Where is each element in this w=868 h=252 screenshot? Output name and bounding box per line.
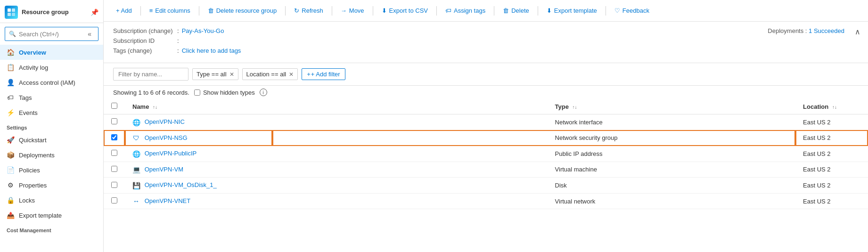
deployments-value[interactable]: 1 Succeeded	[809, 27, 844, 34]
subscription-colon: :	[177, 27, 179, 34]
add-button[interactable]: + Add	[111, 5, 137, 16]
resource-link-openvpn-vm[interactable]: OpenVPN-VM	[145, 166, 183, 173]
sidebar-item-activity-log[interactable]: 📋 Activity log	[0, 60, 103, 75]
assign-tags-button[interactable]: 🏷 Assign tags	[441, 5, 490, 16]
sidebar-item-policies[interactable]: 📄 Policies	[0, 163, 103, 178]
sidebar-title: Resource group	[22, 8, 69, 16]
row-checkbox-openvpn-vm-osdisk[interactable]	[111, 182, 117, 188]
resource-link-openvpn-vm-osdisk[interactable]: OpenVPN-VM_OsDisk_1_	[145, 181, 217, 188]
sidebar-header: Resource group 📌	[0, 0, 103, 23]
properties-icon: ⚙	[7, 181, 14, 189]
location-sort-icon: ↑↓	[832, 105, 837, 110]
row-type-cell: Virtual network	[272, 193, 796, 209]
sidebar-item-properties[interactable]: ⚙ Properties	[0, 178, 103, 193]
svg-rect-3	[12, 13, 15, 16]
delete-button[interactable]: 🗑 Delete	[498, 5, 534, 16]
row-name-cell: 🌐 OpenVPN-NIC	[125, 114, 272, 130]
resource-icon-openvpn-nic: 🌐	[132, 119, 140, 126]
row-checkbox-cell[interactable]	[104, 130, 125, 146]
sidebar-item-events[interactable]: ⚡ Events	[0, 105, 103, 120]
row-location-cell: East US 2	[795, 162, 868, 178]
sidebar-item-label: Deployments	[19, 152, 55, 159]
feedback-button[interactable]: ♡ Feedback	[610, 5, 654, 16]
row-checkbox-cell[interactable]	[104, 146, 125, 162]
sidebar-collapse-button[interactable]: «	[85, 29, 94, 39]
row-checkbox-cell[interactable]	[104, 193, 125, 209]
activity-log-icon: 📋	[7, 64, 14, 71]
toolbar-sep-5	[373, 6, 373, 16]
row-checkbox-cell[interactable]	[104, 178, 125, 194]
resource-icon-openvpn-vm-osdisk: 💾	[132, 182, 140, 189]
col-type[interactable]: Type ↑↓	[272, 99, 796, 114]
table-row: 🛡 OpenVPN-NSG Network security group Eas…	[104, 130, 868, 146]
resource-link-openvpn-nic[interactable]: OpenVPN-NIC	[145, 118, 185, 125]
toolbar-sep-9	[606, 6, 606, 16]
resources-table: Name ↑↓ Type ↑↓ Location ↑↓	[104, 99, 868, 209]
sidebar-item-locks[interactable]: 🔒 Locks	[0, 193, 103, 208]
overview-icon: 🏠	[7, 49, 14, 56]
type-sort-icon: ↑↓	[573, 105, 577, 110]
info-collapse-button[interactable]: ∧	[855, 27, 860, 36]
refresh-button[interactable]: ↻ Refresh	[289, 5, 328, 16]
resource-link-openvpn-vnet[interactable]: OpenVPN-VNET	[145, 197, 191, 204]
nav-items: 🏠 Overview 📋 Activity log 👤 Access contr…	[0, 45, 103, 120]
tags-colon: :	[177, 47, 179, 54]
edit-columns-button[interactable]: ≡ Edit columns	[145, 5, 195, 16]
deployments-icon: 📦	[7, 151, 14, 159]
toolbar-sep-6	[436, 6, 437, 16]
show-hidden-checkbox[interactable]	[194, 89, 200, 96]
row-name-cell: 💾 OpenVPN-VM_OsDisk_1_	[125, 178, 272, 194]
search-input[interactable]	[19, 31, 82, 38]
location-filter-tag[interactable]: Location == all ✕	[242, 68, 298, 80]
sidebar-item-access-control[interactable]: 👤 Access control (IAM)	[0, 75, 103, 90]
col-name[interactable]: Name ↑↓	[125, 99, 272, 114]
table-row: 🌐 OpenVPN-PublicIP Public IP address Eas…	[104, 146, 868, 162]
resource-link-openvpn-publicip[interactable]: OpenVPN-PublicIP	[145, 150, 197, 157]
row-checkbox-openvpn-publicip[interactable]	[111, 150, 117, 156]
move-button[interactable]: → Move	[336, 5, 369, 16]
add-filter-button[interactable]: + + Add filter	[302, 68, 345, 80]
row-checkbox-openvpn-nsg[interactable]	[111, 134, 117, 140]
row-checkbox-openvpn-vm[interactable]	[111, 166, 117, 172]
delete-resource-group-button[interactable]: 🗑 Delete resource group	[203, 5, 282, 16]
sidebar-item-overview[interactable]: 🏠 Overview	[0, 45, 103, 60]
locks-icon: 🔒	[7, 196, 14, 204]
show-hidden-types-label[interactable]: Show hidden types	[194, 89, 255, 96]
sidebar-item-label: Tags	[19, 94, 32, 101]
sidebar-item-tags[interactable]: 🏷 Tags	[0, 90, 103, 105]
sidebar-item-quickstart[interactable]: 🚀 Quickstart	[0, 132, 103, 147]
svg-rect-1	[12, 8, 15, 12]
events-icon: ⚡	[7, 109, 14, 116]
table-body: 🌐 OpenVPN-NIC Network interface East US …	[104, 114, 868, 209]
select-all-checkbox[interactable]	[111, 103, 117, 109]
sidebar-item-label: Properties	[19, 182, 47, 189]
export-template-button[interactable]: ⬇ Export template	[542, 5, 602, 16]
subscription-id-row: Subscription ID :	[113, 37, 859, 44]
sidebar-item-deployments[interactable]: 📦 Deployments	[0, 147, 103, 163]
row-checkbox-openvpn-vnet[interactable]	[111, 197, 117, 203]
tags-row: Tags (change) : Click here to add tags	[113, 47, 859, 54]
location-filter-remove[interactable]: ✕	[289, 71, 294, 78]
type-filter-remove[interactable]: ✕	[229, 71, 234, 78]
sidebar-item-export-template[interactable]: 📤 Export template	[0, 208, 103, 223]
row-type-cell: Public IP address	[272, 146, 796, 162]
subscription-value[interactable]: Pay-As-You-Go	[182, 27, 224, 34]
tags-value[interactable]: Click here to add tags	[182, 47, 241, 54]
toolbar-sep-8	[538, 6, 538, 16]
svg-rect-2	[8, 13, 11, 16]
select-all-cell[interactable]	[104, 99, 125, 114]
col-location[interactable]: Location ↑↓	[795, 99, 868, 114]
toolbar-sep-4	[332, 6, 332, 16]
subscription-id-label: Subscription ID	[113, 37, 174, 44]
search-box[interactable]: 🔍 «	[5, 27, 98, 41]
sidebar-item-label: Overview	[19, 49, 46, 56]
pin-icon: 📌	[90, 8, 98, 16]
row-checkbox-cell[interactable]	[104, 114, 125, 130]
row-checkbox-openvpn-nic[interactable]	[111, 118, 117, 124]
row-checkbox-cell[interactable]	[104, 162, 125, 178]
export-template-icon: 📤	[7, 211, 14, 219]
type-filter-tag[interactable]: Type == all ✕	[192, 68, 238, 80]
filter-by-name-input[interactable]	[113, 68, 188, 81]
resource-link-openvpn-nsg[interactable]: OpenVPN-NSG	[145, 134, 188, 141]
export-csv-button[interactable]: ⬇ Export to CSV	[377, 5, 433, 16]
